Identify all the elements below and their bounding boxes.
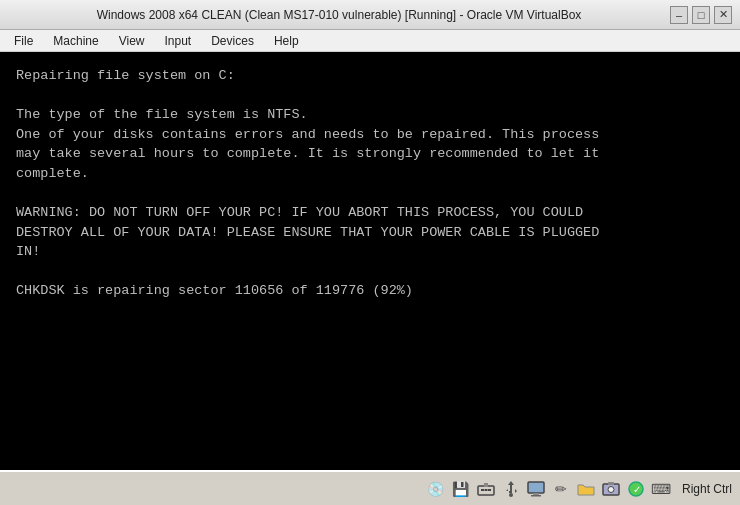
window-title: Windows 2008 x64 CLEAN (Clean MS17-010 v… <box>8 8 670 22</box>
minimize-button[interactable]: – <box>670 6 688 24</box>
menu-input[interactable]: Input <box>155 32 202 50</box>
menu-file[interactable]: File <box>4 32 43 50</box>
console-line-6: complete. <box>16 166 89 181</box>
close-button[interactable]: ✕ <box>714 6 732 24</box>
console-line-10: IN! <box>16 244 40 259</box>
console-line-9: DESTROY ALL OF YOUR DATA! PLEASE ENSURE … <box>16 225 599 240</box>
menu-machine[interactable]: Machine <box>43 32 108 50</box>
right-ctrl-label: Right Ctrl <box>682 482 732 496</box>
keyboard-icon[interactable]: ⌨ <box>650 478 672 500</box>
console-line-1: Repairing file system on C: <box>16 68 235 83</box>
console-line-4: One of your disks contains errors and ne… <box>16 127 599 142</box>
console-line-5: may take several hours to complete. It i… <box>16 146 599 161</box>
svg-rect-3 <box>488 489 491 491</box>
vm-console-output: Repairing file system on C: The type of … <box>16 66 724 301</box>
svg-point-10 <box>608 486 614 492</box>
status-bar: 💿 💾 ✏ <box>0 470 740 505</box>
shared-folders-icon[interactable] <box>575 478 597 500</box>
pencil-icon[interactable]: ✏ <box>550 478 572 500</box>
snapshot-icon[interactable] <box>600 478 622 500</box>
status-icon-group: 💿 💾 ✏ <box>425 478 672 500</box>
title-bar: Windows 2008 x64 CLEAN (Clean MS17-010 v… <box>0 0 740 30</box>
display-icon[interactable] <box>525 478 547 500</box>
svg-rect-11 <box>608 482 614 485</box>
console-line-8: WARNING: DO NOT TURN OFF YOUR PC! IF YOU… <box>16 205 583 220</box>
svg-rect-2 <box>484 489 487 491</box>
menu-help[interactable]: Help <box>264 32 309 50</box>
svg-text:✓: ✓ <box>633 484 641 495</box>
menu-bar: File Machine View Input Devices Help <box>0 30 740 52</box>
floppy-icon[interactable]: 💾 <box>450 478 472 500</box>
svg-point-5 <box>509 493 513 497</box>
usb-icon[interactable] <box>500 478 522 500</box>
svg-rect-7 <box>533 493 539 495</box>
vm-display[interactable]: Repairing file system on C: The type of … <box>0 52 740 470</box>
menu-devices[interactable]: Devices <box>201 32 264 50</box>
menu-view[interactable]: View <box>109 32 155 50</box>
console-line-3: The type of the file system is NTFS. <box>16 107 308 122</box>
svg-rect-4 <box>484 483 488 487</box>
network-icon[interactable] <box>475 478 497 500</box>
svg-rect-1 <box>481 489 484 491</box>
optical-drive-icon[interactable]: 💿 <box>425 478 447 500</box>
svg-rect-6 <box>528 482 544 493</box>
window-controls: – □ ✕ <box>670 6 732 24</box>
svg-rect-8 <box>531 495 541 497</box>
restore-button[interactable]: □ <box>692 6 710 24</box>
guest-additions-icon[interactable]: ✓ <box>625 478 647 500</box>
console-line-12: CHKDSK is repairing sector 110656 of 119… <box>16 283 413 298</box>
